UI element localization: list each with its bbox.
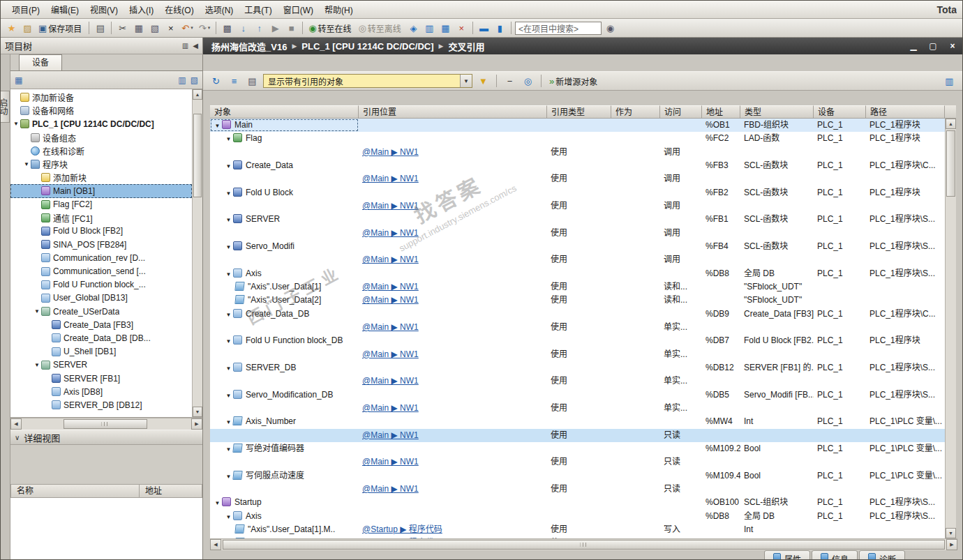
go-offline-button[interactable]: ◎转至离线 [357,21,405,36]
split-editor-vertical-icon[interactable]: ▮ [493,21,507,36]
breadcrumb-item[interactable]: PLC_1 [CPU 1214C DC/DC/DC] [301,41,433,52]
tree-vertical-scrollbar[interactable]: ▲ ▼ [192,89,202,417]
reference-link[interactable]: @Startup ▶ 程序代码 [362,524,442,534]
expand-arrow-icon[interactable]: ▼ [224,213,233,226]
refresh-icon[interactable]: ↻ [209,74,223,89]
auto-collapse-icon[interactable]: ▥ [182,42,188,50]
tree-item[interactable]: 在线和诊断 [10,144,192,158]
compile-icon[interactable]: ▩ [220,21,234,36]
breadcrumb-item[interactable]: 交叉引用 [448,40,484,53]
xref-row[interactable]: @Main ▶ NW1使用单实... [210,321,945,334]
reference-link[interactable]: @Main ▶ NW1 [362,255,419,264]
expand-arrow-icon[interactable]: ▼ [224,443,233,455]
xref-row[interactable]: ▼Startup%OB100SCL-组织块PLC_1PLC_1程序块\S... [210,496,945,509]
menu-item[interactable]: 在线(O) [159,1,199,17]
goto-usage-icon[interactable]: ◎ [521,74,535,89]
save-project-button[interactable]: ▣保存项目 [36,21,85,36]
tree-item[interactable]: U_Shell [DB1] [10,345,192,358]
xref-row[interactable]: ▼Axis%DB8全局 DBPLC_1PLC_1程序块\S... [210,510,945,523]
tree-item[interactable]: 设备组态 [10,131,192,144]
menu-item[interactable]: 选项(N) [200,1,239,17]
xref-row[interactable]: ▼Axis%DB8全局 DBPLC_1PLC_1程序块\S... [210,267,945,280]
detail-column-header[interactable]: 名称 [10,484,140,498]
column-header[interactable]: 访问 [660,105,702,119]
xref-vertical-scrollbar[interactable]: ▲ ▼ [945,119,956,538]
tree-item[interactable]: 通信 [FC1] [10,211,192,225]
xref-row[interactable]: @Main ▶ NW1使用调用 [210,199,945,213]
expand-arrow-icon[interactable]: ▼ [224,187,233,199]
xref-row[interactable]: "Axis".User_Data[1]@Main ▶ NW1使用读和..."SF… [210,280,945,294]
xref-row[interactable]: @Main ▶ NW1使用调用 [210,172,945,186]
tree-item[interactable]: Main [OB1] [10,184,192,197]
tree-item[interactable]: 添加新设备 [10,91,192,104]
tree-item[interactable]: Flag [FC2] [10,198,192,211]
copy-icon[interactable]: ▦ [131,21,146,36]
xref-row[interactable]: @Main ▶ NW1使用单实... [210,374,945,388]
xref-settings-icon[interactable]: ≡ [227,74,241,89]
reference-link[interactable]: @Main ▶ NW1 [362,457,419,467]
xref-row[interactable]: ▼SERVER%FB1SCL-函数块PLC_1PLC_1程序块\S... [210,213,945,226]
start-cpu-icon[interactable]: ▶ [268,21,283,36]
column-header[interactable]: 作为 [611,105,660,119]
column-header[interactable]: 设备 [814,105,866,119]
reference-link[interactable]: @Main ▶ NW1 [362,430,419,440]
paste-icon[interactable]: ▧ [147,21,162,36]
menu-item[interactable]: 插入(I) [124,1,159,17]
redo-icon[interactable]: ↷▾ [197,21,212,36]
stop-cpu-icon[interactable]: ■ [284,21,299,36]
cut-icon[interactable]: ✂ [115,21,130,36]
xref-row[interactable]: @Main ▶ NW1使用单实... [210,402,945,415]
xref-row[interactable]: @Main ▶ NW1使用只读 [210,455,945,469]
breadcrumb-item[interactable]: 扬州海信改造_V16 [211,40,287,53]
tree-item[interactable]: Axis [DB8] [10,385,192,398]
detail-view-header[interactable]: ∨ 详细视图 [10,430,202,445]
xref-row[interactable]: ▼Servo_Modification_DB%DB5Servo_Modifi [… [210,388,945,402]
open-project-icon[interactable]: ▨ [20,21,35,36]
reference-link[interactable]: @Main ▶ NW1 [362,147,419,157]
scroll-right-icon[interactable]: ▶ [191,418,202,430]
xref-row[interactable]: ▼SERVER_DB%DB12SERVER [FB1] 的...PLC_1PLC… [210,361,945,374]
tree-item[interactable]: Fold U Block [FB2] [10,225,192,238]
tree-item[interactable]: Create_Data_DB [DB... [10,331,192,345]
menu-item[interactable]: 工具(T) [239,1,277,17]
scroll-up-icon[interactable]: ▲ [193,89,202,100]
expand-arrow-icon[interactable]: ▼ [224,416,233,428]
xref-row[interactable]: ▼Servo_Modifi%FB4SCL-函数块PLC_1PLC_1程序块\S.… [210,240,945,253]
xref-row[interactable]: ▼Fold U Block%FB2SCL-函数块PLC_1PLC_1程序块 [210,186,945,199]
tree-item[interactable]: SINA_POS [FB284] [10,238,192,251]
xref-row[interactable]: ▼写绝对值编码器%M109.2BoolPLC_1PLC_1\PLC 变量\... [210,442,945,455]
scroll-left-icon[interactable]: ◀ [10,418,22,430]
accessible-devices-icon[interactable]: ◈ [406,21,421,36]
scroll-down-icon[interactable]: ▼ [946,528,956,538]
new-project-icon[interactable]: ★ [4,21,19,36]
scroll-left-icon[interactable]: ◀ [210,539,221,550]
expand-arrow-icon[interactable]: ▼ [224,510,233,523]
properties-tab[interactable]: 属性 [764,550,810,559]
expand-arrow-icon[interactable]: ▼ [224,268,233,280]
menu-item[interactable]: 项目(P) [6,1,45,17]
column-view-icon[interactable]: ▥ [178,75,186,85]
xref-row[interactable]: ▼Main%OB1FBD-组织块PLC_1PLC_1程序块 [210,119,945,132]
tree-item[interactable]: Communication_send [... [10,264,192,278]
xref-row[interactable]: @Main ▶ NW1使用调用 [210,146,945,159]
tree-item[interactable]: SERVER_DB [DB12] [10,398,192,411]
collapse-panel-icon[interactable]: ◀ [193,42,198,50]
menu-item[interactable]: 编辑(E) [45,1,84,17]
reference-link[interactable]: @Main ▶ NW1 [362,349,419,359]
info-tab[interactable]: 信息 [812,550,858,559]
xref-row[interactable]: ▼Create_Data_DB%DB9Create_Data [FB3]...P… [210,308,945,321]
reference-link[interactable]: @Main ▶ NW1 [362,282,419,292]
tree-horizontal-scrollbar[interactable]: ◀ ▶ [10,418,202,430]
tree-item[interactable]: Fold U Function block_... [10,278,192,292]
search-project-icon[interactable]: ◉ [603,21,618,36]
expand-arrow-icon[interactable]: ▼ [224,308,233,321]
delete-icon[interactable]: × [163,21,178,36]
upload-from-device-icon[interactable]: ↑ [252,21,267,36]
tree-item[interactable]: ▼Create_USerData [10,305,192,318]
show-objects-dropdown[interactable]: 显示带有引用的对象▼ [263,74,472,88]
tree-item[interactable]: 添加新块 [10,171,192,184]
filter-funnel-icon[interactable]: ▼ [476,74,491,89]
restore-button[interactable]: ▢ [923,38,943,54]
scroll-down-icon[interactable]: ▼ [193,407,202,417]
expand-arrow-icon[interactable]: ▼ [224,335,233,347]
